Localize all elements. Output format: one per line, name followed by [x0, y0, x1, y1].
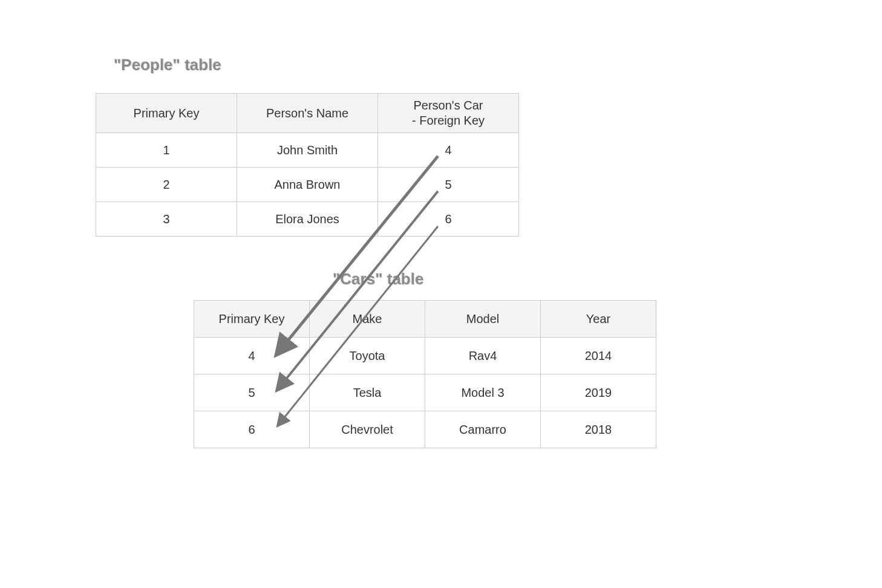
cars-table-title: "Cars" table — [333, 270, 423, 289]
people-cell-pk: 3 — [96, 202, 237, 237]
cars-cell-pk: 4 — [194, 338, 310, 374]
people-header-car-line2: - Foreign Key — [412, 114, 485, 127]
people-table: Primary Key Person's Name Person's Car -… — [96, 93, 519, 237]
people-cell-name: Elora Jones — [237, 202, 378, 237]
cars-header-year: Year — [541, 301, 656, 338]
people-cell-pk: 1 — [96, 133, 237, 168]
cars-cell-model: Model 3 — [425, 374, 541, 411]
people-table-header-row: Primary Key Person's Name Person's Car -… — [96, 94, 519, 133]
cars-table-header-row: Primary Key Make Model Year — [194, 301, 656, 338]
cars-cell-make: Toyota — [310, 338, 425, 374]
people-cell-car-fk: 4 — [378, 133, 519, 168]
fk-arrows-group — [0, 0, 882, 588]
cars-cell-pk: 5 — [194, 374, 310, 411]
people-header-car-line1: Person's Car — [414, 99, 483, 112]
cars-cell-pk: 6 — [194, 411, 310, 448]
cars-cell-year: 2014 — [541, 338, 656, 374]
cars-header-primary-key: Primary Key — [194, 301, 310, 338]
table-row: 1 John Smith 4 — [96, 133, 519, 168]
people-cell-car-fk: 5 — [378, 168, 519, 202]
cars-cell-year: 2018 — [541, 411, 656, 448]
cars-cell-model: Rav4 — [425, 338, 541, 374]
people-cell-car-fk: 6 — [378, 202, 519, 237]
people-table-title: "People" table — [114, 56, 221, 74]
table-row: 5 Tesla Model 3 2019 — [194, 374, 656, 411]
cars-cell-year: 2019 — [541, 374, 656, 411]
people-cell-name: Anna Brown — [237, 168, 378, 202]
table-row: 6 Chevrolet Camarro 2018 — [194, 411, 656, 448]
cars-header-model: Model — [425, 301, 541, 338]
people-header-primary-key: Primary Key — [96, 94, 237, 133]
people-header-name: Person's Name — [237, 94, 378, 133]
cars-cell-make: Chevrolet — [310, 411, 425, 448]
cars-cell-model: Camarro — [425, 411, 541, 448]
cars-header-make: Make — [310, 301, 425, 338]
people-cell-name: John Smith — [237, 133, 378, 168]
people-cell-pk: 2 — [96, 168, 237, 202]
table-row: 4 Toyota Rav4 2014 — [194, 338, 656, 374]
people-header-car-fk: Person's Car - Foreign Key — [378, 94, 519, 133]
table-row: 2 Anna Brown 5 — [96, 168, 519, 202]
cars-table: Primary Key Make Model Year 4 Toyota Rav… — [194, 300, 656, 448]
table-row: 3 Elora Jones 6 — [96, 202, 519, 237]
cars-cell-make: Tesla — [310, 374, 425, 411]
